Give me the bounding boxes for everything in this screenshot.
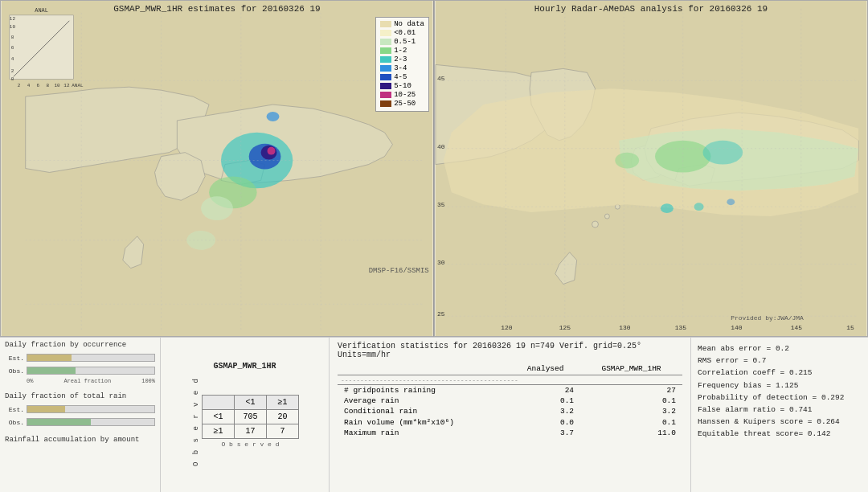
charts-panel: Daily fraction by occurrence Est. Obs. 0…	[0, 338, 161, 492]
stats-label-gridpoints: # gridpoints raining	[338, 385, 510, 396]
stats-label-avg: Average rain	[338, 396, 510, 406]
legend-item-2: 2-3	[380, 55, 424, 64]
stats-label-cond: Conditional rain	[338, 406, 510, 416]
svg-rect-1	[10, 15, 73, 79]
stats-val-volume-a: 0.0	[510, 416, 580, 428]
metric-false-alarm: False alarm ratio = 0.741	[698, 404, 862, 416]
stats-table: Analysed GSMAP_MWR_1HR -----------------…	[338, 363, 682, 438]
stats-val-avg-g: 0.1	[580, 396, 682, 406]
matrix-content: <1 ≥1 <1 705 20 ≥1	[202, 395, 299, 448]
svg-text:15: 15	[846, 324, 854, 331]
est-rain-row: Est.	[5, 404, 155, 415]
est-rain-bar	[27, 405, 155, 413]
legend-item-nodata: No data	[380, 20, 424, 28]
legend-label-001: <0.01	[394, 29, 416, 37]
legend-item-10: 10-25	[380, 91, 424, 99]
axis-start: 0%	[27, 378, 33, 384]
axis-end: 100%	[141, 378, 155, 384]
est-occurrence-fill	[27, 355, 72, 361]
svg-text:40: 40	[437, 143, 445, 150]
right-map-panel: Hourly Radar-AMeDAS analysis for 2016032…	[434, 0, 868, 337]
stats-val-avg-a: 0.1	[510, 396, 580, 406]
legend-label-2: 2-3	[394, 55, 407, 64]
stats-val-volume-g: 0.1	[580, 416, 682, 428]
est-rain-fill	[27, 406, 65, 412]
stats-title: Verification statistics for 20160326 19 …	[338, 342, 682, 359]
legend-label-05: 0.5-1	[394, 38, 416, 46]
matrix-cell-17: 17	[235, 424, 267, 439]
svg-text:DMSP-F16/SSMIS: DMSP-F16/SSMIS	[369, 267, 429, 275]
svg-text:10: 10	[10, 24, 16, 30]
stats-val-max-a: 3.7	[510, 428, 580, 438]
legend-color-10	[380, 92, 391, 98]
right-map-title: Hourly Radar-AMeDAS analysis for 2016032…	[435, 4, 867, 14]
svg-text:6: 6	[11, 45, 14, 51]
stats-divider-line: ----------------------------------------…	[338, 375, 682, 385]
matrix-obs-sub: O b s e r v e d	[202, 441, 299, 448]
accumulation-title: Rainfall accumulation by amount	[5, 436, 155, 444]
metric-mean-abs: Mean abs error = 0.2	[698, 342, 862, 355]
legend-item-1: 1-2	[380, 47, 424, 55]
occurrence-axis: 0% Areal fraction 100%	[5, 378, 155, 384]
legend-label-25: 25-50	[394, 100, 416, 108]
matrix-col-lt1: <1	[235, 396, 267, 410]
obs-occurrence-fill	[27, 367, 76, 374]
matrix-row-lt1: <1 705 20	[203, 410, 299, 424]
legend-item-25: 25-50	[380, 100, 424, 108]
stats-panel: Verification statistics for 20160326 19 …	[330, 338, 691, 492]
est-label: Est.	[5, 355, 24, 362]
svg-text:4: 4	[27, 83, 31, 88]
svg-text:Provided by:JWA/JMA: Provided by:JWA/JMA	[731, 314, 804, 322]
matrix-col-header: O b s e r v e d	[221, 441, 279, 448]
matrix-row-label-ge1: ≥1	[203, 424, 235, 439]
stats-row-gridpoints: # gridpoints raining 24 27	[338, 385, 682, 396]
obs-rain-bar	[27, 418, 155, 426]
legend-color-05	[380, 39, 391, 45]
est-occurrence-row: Est.	[5, 352, 155, 363]
svg-text:2: 2	[18, 83, 21, 88]
matrix-empty-cell	[203, 396, 235, 410]
svg-text:10: 10	[54, 83, 60, 88]
legend-label-1: 1-2	[394, 47, 407, 55]
metrics-panel: Mean abs error = 0.2 RMS error = 0.7 Cor…	[691, 338, 868, 492]
legend-color-2	[380, 56, 391, 63]
metric-corr: Correlation coeff = 0.215	[698, 367, 862, 379]
svg-text:25: 25	[437, 310, 445, 318]
legend-label-3: 3-4	[394, 64, 407, 72]
main-container: GSMAP_MWR_1HR estimates for 20160326 19 …	[0, 0, 868, 492]
est-rain-label: Est.	[5, 406, 24, 413]
legend-item-4: 4-5	[380, 73, 424, 81]
svg-point-42	[661, 203, 674, 213]
svg-text:0: 0	[11, 76, 14, 82]
svg-text:125: 125	[559, 324, 571, 331]
svg-text:45: 45	[437, 75, 445, 82]
stats-row-max: Maximum rain 3.7 11.0	[338, 428, 682, 438]
legend-item-3: 3-4	[380, 64, 424, 72]
stats-divider-row: ----------------------------------------…	[338, 375, 682, 385]
svg-text:4: 4	[11, 56, 14, 62]
legend-panel: No data <0.01 0.5-1 1-2 2-3	[375, 17, 429, 112]
svg-point-44	[727, 199, 735, 205]
matrix-row-label-lt1: <1	[203, 410, 235, 424]
metric-hanssen: Hanssen & Kuipers score = 0.264	[698, 416, 862, 428]
matrix-cell-7: 7	[267, 424, 299, 439]
stats-row-avg: Average rain 0.1 0.1	[338, 396, 682, 406]
svg-text:8: 8	[47, 83, 50, 88]
legend-color-3	[380, 65, 391, 72]
svg-point-24	[267, 112, 280, 121]
left-map-title: GSMAP_MWR_1HR estimates for 20160326 19	[1, 4, 433, 14]
svg-text:135: 135	[675, 324, 687, 331]
obs-rain-label: Obs.	[5, 419, 24, 426]
svg-text:ANAL: ANAL	[72, 83, 84, 88]
svg-text:6: 6	[37, 83, 40, 88]
obs-label: Obs.	[5, 367, 24, 375]
matrix-cell-20: 20	[267, 410, 299, 424]
obs-occurrence-bar	[27, 367, 155, 375]
svg-point-40	[703, 141, 743, 165]
stats-row-cond: Conditional rain 3.2 3.2	[338, 406, 682, 416]
stats-val-gridpoints-g: 27	[580, 385, 682, 396]
stats-header-label	[338, 363, 510, 375]
matrix-row-ge1: ≥1 17 7	[203, 424, 299, 439]
obs-rain-row: Obs.	[5, 416, 155, 428]
stats-label-volume: Rain volume (mm*km²x10⁶)	[338, 416, 510, 428]
